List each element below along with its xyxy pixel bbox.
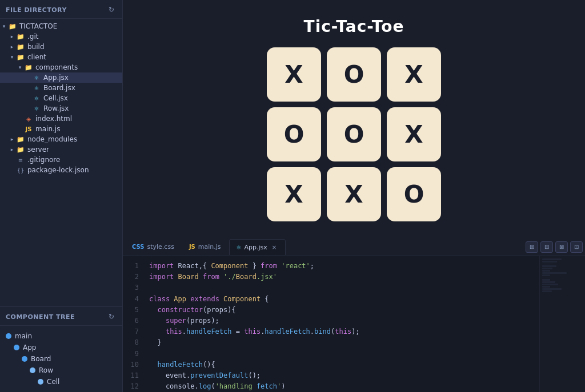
mini-line-13: [542, 286, 550, 288]
comp-node-label: App: [23, 343, 36, 351]
toolbar-button-0[interactable]: ⊞: [526, 241, 538, 253]
tree-item-label: App.jsx: [43, 74, 69, 82]
toolbar-button-2[interactable]: ⊠: [555, 241, 568, 253]
tab-close-button[interactable]: ×: [270, 243, 278, 251]
ttt-cell-7[interactable]: X: [327, 167, 381, 221]
file-tree-item-gitignore[interactable]: ≡.gitignore: [0, 155, 122, 165]
ttt-cell-6[interactable]: X: [267, 167, 321, 221]
comp-tree-node-cell-node: Cell: [6, 376, 117, 387]
file-tree-item-board-jsx[interactable]: ⚛Board.jsx: [0, 83, 122, 93]
code-line-12: console.log('handling fetch'): [149, 381, 534, 392]
tree-arrow: ▸: [8, 147, 16, 152]
mini-line-1: [542, 258, 562, 260]
tree-arrow: ▸: [8, 34, 16, 39]
file-tree-item-cell-jsx[interactable]: ⚛Cell.jsx: [0, 93, 122, 103]
file-tree-item-node-modules[interactable]: ▸📁node_modules: [0, 134, 122, 144]
comp-tree-node-app-node: App: [6, 342, 117, 353]
tree-icon-react: ⚛: [32, 84, 41, 92]
tree-item-label: server: [27, 146, 49, 153]
code-line-11: event.preventDefault();: [149, 370, 534, 381]
tree-item-label: package-lock.json: [27, 166, 89, 174]
file-tree-item-client[interactable]: ▾📁client: [0, 52, 122, 62]
right-area: Tic-Tac-Toe XOXOOXXXO CSSstyle.cssJSmain…: [123, 0, 585, 392]
comp-dot: [6, 333, 11, 339]
ttt-cell-3[interactable]: O: [267, 107, 321, 161]
tab-label: style.css: [147, 243, 174, 250]
component-tree-title: Component Tree: [6, 313, 75, 321]
file-directory-refresh-button[interactable]: ↻: [106, 5, 117, 15]
tree-item-label: Board.jsx: [43, 84, 75, 92]
code-line-1: import React,{ Component } from 'react';: [149, 261, 534, 272]
editor-tabs: CSSstyle.cssJSmain.js⚛App.jsx×⊞⊟⊠⊡: [123, 238, 585, 256]
editor-tab-app-jsx[interactable]: ⚛App.jsx×: [229, 239, 286, 255]
tree-arrow: ▾: [8, 54, 16, 60]
comp-tree-node-board-node: Board: [6, 353, 117, 365]
tree-arrow: ▸: [8, 44, 16, 50]
main-layout: File Directory ↻ ▾📁TICTACTOE▸📁.git▸📁buil…: [0, 0, 585, 392]
tree-icon-react: ⚛: [32, 104, 41, 112]
tree-icon-react: ⚛: [32, 74, 41, 82]
mini-line-7: [542, 272, 567, 274]
line-numbers: 123456789101112131415: [123, 256, 143, 392]
ttt-cell-1[interactable]: O: [327, 47, 381, 102]
tab-label: App.jsx: [245, 244, 267, 251]
tab-icon-js: JS: [189, 244, 195, 250]
file-tree-item-app-jsx[interactable]: ⚛App.jsx: [0, 72, 122, 83]
ttt-cell-4[interactable]: O: [327, 107, 381, 161]
mini-line-3: [542, 263, 550, 265]
file-tree-item-build[interactable]: ▸📁build: [0, 42, 122, 52]
mini-line-6: [542, 270, 550, 272]
tree-item-label: client: [27, 53, 46, 61]
tree-item-label: Row.jsx: [43, 104, 69, 112]
tree-icon-folder: 📁: [16, 53, 25, 61]
file-tree-item-package-lock[interactable]: {}package-lock.json: [0, 165, 122, 175]
toolbar-button-3[interactable]: ⊡: [570, 241, 583, 253]
minimap: [539, 256, 585, 392]
file-tree-item-server[interactable]: ▸📁server: [0, 144, 122, 155]
ttt-cell-2[interactable]: X: [387, 47, 441, 102]
tree-item-label: .git: [27, 33, 38, 41]
editor-tab-main-js[interactable]: JSmain.js: [182, 239, 228, 255]
code-line-7: this.handleFetch = this.handleFetch.bind…: [149, 326, 534, 337]
comp-dot: [14, 345, 19, 350]
tree-item-label: TICTACTOE: [19, 22, 57, 30]
comp-node-label: Cell: [47, 378, 59, 386]
component-tree-refresh-button[interactable]: ↻: [106, 312, 117, 322]
line-number-7: 7: [130, 326, 139, 337]
file-tree-item-components[interactable]: ▾📁components: [0, 62, 122, 72]
code-line-3: [149, 282, 534, 293]
mini-line-8: [542, 274, 550, 276]
file-tree-item-row-jsx[interactable]: ⚛Row.jsx: [0, 103, 122, 114]
tree-icon-folder: 📁: [24, 63, 33, 71]
minimap-content: [540, 256, 585, 295]
file-directory-title: File Directory: [6, 6, 67, 14]
tree-item-label: node_modules: [27, 135, 77, 143]
file-tree-item-tictactoe[interactable]: ▾📁TICTACTOE: [0, 21, 122, 31]
code-line-9: [149, 349, 534, 359]
code-line-6: super(props);: [149, 316, 534, 326]
file-tree: ▾📁TICTACTOE▸📁.git▸📁build▾📁client▾📁compon…: [0, 19, 122, 306]
line-number-12: 12: [130, 381, 139, 392]
ttt-cell-5[interactable]: X: [387, 107, 441, 161]
mini-line-9: [542, 277, 550, 278]
tab-icon-css: CSS: [132, 244, 144, 250]
mini-line-11: [542, 281, 555, 283]
comp-tree-node-main-node: main: [6, 330, 117, 342]
line-number-5: 5: [130, 305, 139, 316]
component-tree-header: Component Tree ↻: [0, 307, 122, 326]
editor-area: CSSstyle.cssJSmain.js⚛App.jsx×⊞⊟⊠⊡ 12345…: [123, 238, 585, 392]
toolbar-button-1[interactable]: ⊟: [540, 241, 553, 253]
sidebar: File Directory ↻ ▾📁TICTACTOE▸📁.git▸📁buil…: [0, 0, 123, 392]
line-number-2: 2: [130, 272, 139, 282]
mini-line-14: [542, 288, 562, 290]
component-tree-content: main App Board Row Cell: [0, 326, 122, 392]
file-tree-item-git[interactable]: ▸📁.git: [0, 31, 122, 42]
comp-tree-node-row-node: Row: [6, 365, 117, 376]
ttt-cell-0[interactable]: X: [267, 47, 321, 102]
file-tree-item-main-js[interactable]: JSmain.js: [0, 124, 122, 134]
ttt-cell-8[interactable]: O: [387, 167, 441, 221]
mini-line-10: [542, 279, 550, 281]
editor-tab-style-css[interactable]: CSSstyle.css: [125, 239, 181, 255]
tree-item-label: main.js: [35, 125, 60, 133]
file-tree-item-index-html[interactable]: ◈index.html: [0, 114, 122, 124]
